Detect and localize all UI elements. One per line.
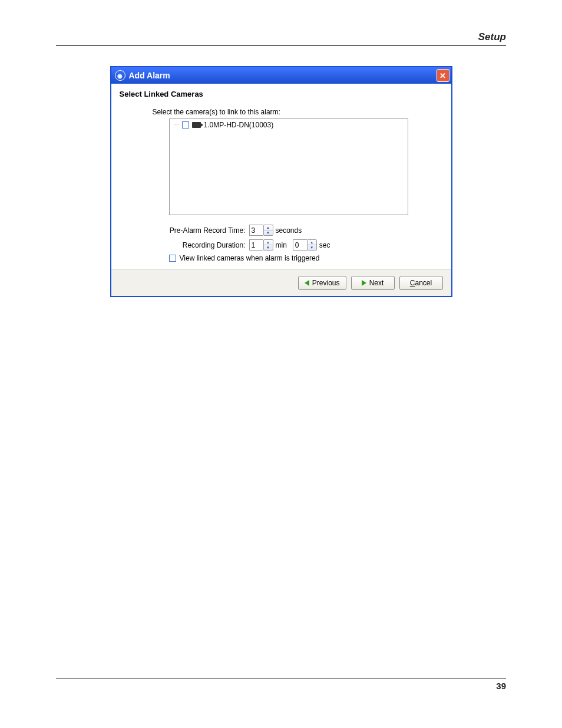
document-page: Setup ◉ Add Alarm ✕ Select Linked Camera… xyxy=(0,0,562,728)
camera-checkbox[interactable] xyxy=(182,121,189,129)
app-icon: ◉ xyxy=(115,70,125,81)
duration-min-unit: min xyxy=(276,241,287,249)
page-footer-rule: 39 xyxy=(56,678,506,693)
pre-alarm-label: Pre-Alarm Record Time: xyxy=(169,226,246,235)
arrow-left-icon xyxy=(305,280,309,286)
duration-label: Recording Duration: xyxy=(169,241,246,249)
page-header-rule: Setup xyxy=(56,32,506,46)
duration-min-spinner[interactable]: ▲ ▼ xyxy=(249,239,273,251)
camera-tree-item[interactable]: ┈ 1.0MP-HD-DN(10003) xyxy=(172,120,405,130)
pre-alarm-spin-buttons[interactable]: ▲ ▼ xyxy=(263,225,273,236)
spin-up-icon[interactable]: ▲ xyxy=(264,225,273,230)
close-icon: ✕ xyxy=(439,72,446,80)
next-button[interactable]: Next xyxy=(351,276,395,290)
camera-tree[interactable]: ┈ 1.0MP-HD-DN(10003) xyxy=(169,118,408,215)
duration-min-input[interactable] xyxy=(249,239,263,251)
tree-connector: ┈ xyxy=(172,121,179,129)
previous-button[interactable]: Previous xyxy=(298,276,346,290)
pre-alarm-input[interactable] xyxy=(249,225,263,236)
dialog-content: Select Linked Cameras Select the camera(… xyxy=(111,84,451,269)
view-linked-label: View linked cameras when alarm is trigge… xyxy=(180,254,320,262)
pre-alarm-spinner[interactable]: ▲ ▼ xyxy=(249,225,273,236)
spin-up-icon[interactable]: ▲ xyxy=(264,240,273,245)
spin-up-icon[interactable]: ▲ xyxy=(308,240,316,245)
section-title: Select Linked Cameras xyxy=(120,90,443,98)
page-header-title: Setup xyxy=(478,31,506,43)
view-linked-row[interactable]: View linked cameras when alarm is trigge… xyxy=(169,254,443,262)
instruction-text: Select the camera(s) to link to this ala… xyxy=(153,108,443,116)
duration-sec-unit: sec xyxy=(319,241,330,249)
duration-sec-input[interactable] xyxy=(293,239,307,251)
next-button-label: Next xyxy=(369,279,384,287)
camera-label: 1.0MP-HD-DN(10003) xyxy=(204,121,274,129)
duration-row: Recording Duration: ▲ ▼ min xyxy=(169,239,443,251)
camera-icon xyxy=(192,122,201,128)
previous-button-label: Previous xyxy=(312,279,340,287)
button-bar: Previous Next Cancel xyxy=(111,269,451,296)
form-rows: Pre-Alarm Record Time: ▲ ▼ seconds Recor… xyxy=(169,225,443,251)
page-number: 39 xyxy=(496,681,506,691)
duration-sec-spinner[interactable]: ▲ ▼ xyxy=(293,239,317,251)
spin-down-icon[interactable]: ▼ xyxy=(264,245,273,250)
spin-down-icon[interactable]: ▼ xyxy=(308,245,316,250)
figure-container: ◉ Add Alarm ✕ Select Linked Cameras Sele… xyxy=(56,66,506,297)
cancel-button[interactable]: Cancel xyxy=(399,276,443,290)
duration-sec-spin-buttons[interactable]: ▲ ▼ xyxy=(307,239,317,251)
add-alarm-dialog: ◉ Add Alarm ✕ Select Linked Cameras Sele… xyxy=(110,66,452,297)
titlebar[interactable]: ◉ Add Alarm ✕ xyxy=(111,67,451,84)
arrow-right-icon xyxy=(362,280,366,286)
cancel-button-label: Cancel xyxy=(410,279,432,287)
view-linked-checkbox[interactable] xyxy=(169,255,176,262)
spin-down-icon[interactable]: ▼ xyxy=(264,230,273,235)
pre-alarm-row: Pre-Alarm Record Time: ▲ ▼ seconds xyxy=(169,225,443,236)
window-title: Add Alarm xyxy=(129,71,437,80)
close-button[interactable]: ✕ xyxy=(437,69,449,82)
duration-min-spin-buttons[interactable]: ▲ ▼ xyxy=(263,239,273,251)
pre-alarm-unit: seconds xyxy=(276,226,302,235)
